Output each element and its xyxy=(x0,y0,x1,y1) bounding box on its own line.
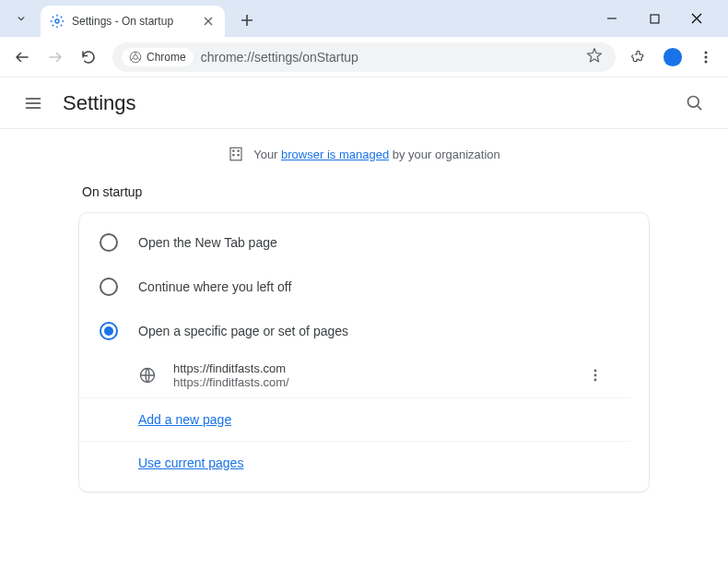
building-icon xyxy=(228,146,244,162)
chrome-icon xyxy=(129,51,142,64)
svg-point-7 xyxy=(705,55,708,58)
back-button[interactable] xyxy=(7,42,37,72)
svg-point-18 xyxy=(594,379,597,382)
radio-label: Open the New Tab page xyxy=(138,235,277,250)
svg-point-16 xyxy=(594,370,597,373)
use-current-pages-link[interactable]: Use current pages xyxy=(138,456,243,470)
page-more-button[interactable] xyxy=(581,361,610,390)
radio-icon xyxy=(100,233,118,252)
site-chip-label: Chrome xyxy=(147,51,186,64)
svg-point-5 xyxy=(670,52,675,57)
svg-point-6 xyxy=(705,51,708,53)
hamburger-icon xyxy=(24,94,42,112)
svg-rect-12 xyxy=(238,150,240,152)
close-icon xyxy=(691,13,702,24)
reload-icon xyxy=(80,49,97,65)
settings-gear-icon xyxy=(50,14,65,29)
arrow-left-icon xyxy=(14,49,30,65)
search-tabs-button[interactable] xyxy=(7,5,35,32)
avatar-icon xyxy=(663,47,683,67)
puzzle-icon xyxy=(631,49,648,65)
use-current-pages-row: Use current pages xyxy=(79,441,630,484)
section-title: On startup xyxy=(78,184,650,199)
minimize-icon xyxy=(606,13,617,24)
svg-point-3 xyxy=(134,54,138,59)
settings-content: Your browser is managed by your organiza… xyxy=(0,129,728,509)
new-tab-button[interactable] xyxy=(234,7,260,33)
settings-card: Open the New Tab page Continue where you… xyxy=(78,212,650,492)
window-titlebar: Settings - On startup xyxy=(0,0,728,37)
svg-rect-1 xyxy=(651,15,659,23)
svg-point-0 xyxy=(55,19,59,23)
option-specific-pages[interactable]: Open a specific page or set of pages xyxy=(79,309,649,353)
profile-button[interactable] xyxy=(658,42,687,72)
on-startup-section: On startup Open the New Tab page Continu… xyxy=(78,184,650,492)
address-bar[interactable]: Chrome chrome://settings/onStartup xyxy=(112,42,616,72)
svg-rect-11 xyxy=(232,150,234,152)
more-vertical-icon xyxy=(588,368,603,383)
browser-tab[interactable]: Settings - On startup xyxy=(41,6,225,37)
radio-icon xyxy=(100,322,118,340)
site-chip[interactable]: Chrome xyxy=(122,48,194,66)
maximize-icon xyxy=(650,14,660,24)
startup-page-title: https://finditfasts.com xyxy=(173,361,564,375)
radio-icon xyxy=(100,278,118,296)
svg-rect-10 xyxy=(230,148,241,160)
option-new-tab[interactable]: Open the New Tab page xyxy=(79,220,649,265)
chevron-down-icon xyxy=(15,12,28,25)
more-vertical-icon xyxy=(699,50,713,65)
managed-suffix: by your organization xyxy=(389,148,500,161)
managed-banner: Your browser is managed by your organiza… xyxy=(0,146,728,162)
option-continue[interactable]: Continue where you left off xyxy=(79,265,649,309)
menu-button[interactable] xyxy=(691,42,721,72)
settings-header: Settings xyxy=(0,77,728,129)
tab-close-button[interactable] xyxy=(201,14,216,29)
settings-search-button[interactable] xyxy=(678,87,711,120)
bookmark-button[interactable] xyxy=(586,47,603,67)
url-text: chrome://settings/onStartup xyxy=(201,50,358,65)
managed-prefix: Your xyxy=(253,148,281,161)
svg-rect-13 xyxy=(232,154,234,156)
managed-link[interactable]: browser is managed xyxy=(281,148,389,161)
extensions-button[interactable] xyxy=(625,42,654,72)
radio-label: Open a specific page or set of pages xyxy=(138,324,348,338)
svg-point-8 xyxy=(705,60,708,63)
svg-rect-14 xyxy=(238,154,240,156)
page-title: Settings xyxy=(63,91,136,115)
arrow-right-icon xyxy=(47,49,64,65)
maximize-button[interactable] xyxy=(641,6,667,31)
startup-page-row: https://finditfasts.com https://finditfa… xyxy=(79,353,630,398)
plus-icon xyxy=(241,14,253,27)
startup-page-url: https://finditfasts.com/ xyxy=(173,375,564,389)
close-window-button[interactable] xyxy=(684,6,710,31)
window-controls xyxy=(599,6,710,31)
settings-menu-button[interactable] xyxy=(17,87,50,120)
svg-point-17 xyxy=(594,374,597,377)
minimize-button[interactable] xyxy=(599,6,625,31)
add-new-page-link[interactable]: Add a new page xyxy=(138,412,231,427)
reload-button[interactable] xyxy=(74,42,103,72)
tab-title: Settings - On startup xyxy=(72,15,194,28)
search-icon xyxy=(686,94,704,112)
radio-label: Continue where you left off xyxy=(138,279,291,294)
star-icon xyxy=(586,47,603,64)
forward-button[interactable] xyxy=(41,42,70,72)
add-new-page-row: Add a new page xyxy=(79,398,649,441)
browser-toolbar: Chrome chrome://settings/onStartup xyxy=(0,37,728,77)
globe-icon xyxy=(138,366,157,385)
close-icon xyxy=(204,17,213,26)
